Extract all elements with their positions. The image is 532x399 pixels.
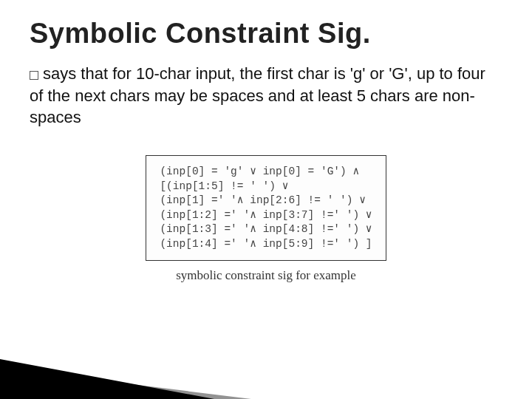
constraint-line: (inp[1:2] =' '∧ inp[3:7] !=' ') ∨ [160,208,372,223]
constraint-line: (inp[1:4] =' '∧ inp[5:9] !=' ') ] [160,237,372,252]
constraint-figure: (inp[0] = 'g' ∨ inp[0] = 'G') ∧ [(inp[1:… [30,155,502,283]
constraint-line: (inp[0] = 'g' ∨ inp[0] = 'G') ∧ [160,165,372,180]
constraint-box: (inp[0] = 'g' ∨ inp[0] = 'G') ∧ [(inp[1:… [146,155,386,261]
bullet-body: that for 10-char input, the first char i… [30,64,485,126]
figure-caption: symbolic constraint sig for example [30,268,502,283]
bullet-paragraph: says that for 10-char input, the first c… [30,63,488,129]
bullet-first-word: says [43,64,76,83]
bullet-square-icon [30,71,38,80]
constraint-line: [(inp[1:5] != ' ') ∨ [160,180,372,194]
constraint-line: (inp[1] =' '∧ inp[2:6] != ' ') ∨ [160,194,372,208]
constraint-line: (inp[1:3] =' '∧ inp[4:8] !=' ') ∨ [160,222,372,237]
slide: Symbolic Constraint Sig. says that for 1… [0,0,532,399]
slide-title: Symbolic Constraint Sig. [30,18,502,50]
decorative-wedge-black [0,359,214,399]
